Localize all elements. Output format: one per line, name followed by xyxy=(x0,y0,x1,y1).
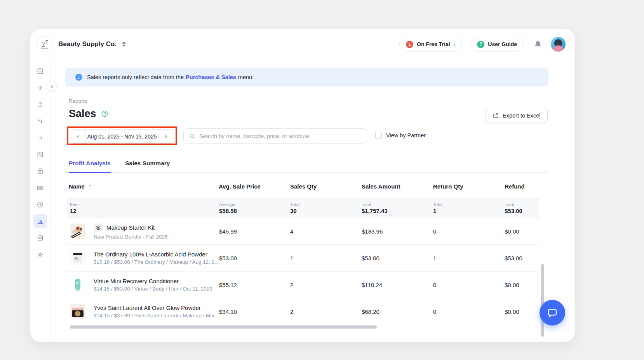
banner-text: Sales reports only reflect data from the… xyxy=(87,74,254,80)
sort-asc-icon[interactable] xyxy=(87,183,92,189)
sidebar-expand-button[interactable] xyxy=(47,81,57,91)
summary-refund-label: Total xyxy=(505,202,539,207)
company-name: Beauty Supply Co. xyxy=(58,40,117,48)
user-avatar[interactable] xyxy=(551,37,566,52)
user-guide-button[interactable]: ? User Guide xyxy=(470,37,524,52)
date-prev-button[interactable] xyxy=(70,130,86,143)
col-refund[interactable]: Refund xyxy=(499,183,539,190)
table-body: Makeup Starter Kit New Product Bundle - … xyxy=(67,218,539,325)
cell-sales-qty: 4 xyxy=(284,218,356,244)
product-name[interactable]: Virtue Mini Recovery Conditioner xyxy=(94,278,179,284)
col-sales-amount[interactable]: Sales Amount xyxy=(356,183,427,190)
summary-qty-value: 30 xyxy=(290,208,356,214)
table-summary-row: Item 12 Average $58.58 Total 30 Total $1… xyxy=(67,198,539,218)
table-row[interactable]: Virtue Mini Recovery Conditioner $14.15 … xyxy=(67,272,539,298)
database-icon[interactable] xyxy=(33,233,47,243)
page-title: Sales xyxy=(69,108,96,120)
transfer-icon[interactable] xyxy=(33,116,47,126)
cell-refund: $0.00 xyxy=(499,272,539,298)
tab-sales-summary[interactable]: Sales Summary xyxy=(125,160,170,173)
cell-sales-amount: $110.24 xyxy=(356,272,427,298)
cell-refund: $0.00 xyxy=(499,218,539,244)
cell-sales-amount: $68.20 xyxy=(356,298,427,325)
barcode-icon[interactable] xyxy=(33,183,47,193)
product-name[interactable]: Yves Saint Laurent All Over Glow Powder xyxy=(94,305,201,311)
cell-refund: $0.00 xyxy=(499,298,539,325)
chat-widget-button[interactable] xyxy=(540,300,565,325)
document-icon[interactable] xyxy=(33,166,47,176)
export-icon xyxy=(493,112,499,119)
date-next-button[interactable] xyxy=(158,130,174,143)
view-by-partner-label: View by Partner xyxy=(386,132,426,138)
search-icon xyxy=(189,133,195,139)
trial-label: On Free Trial xyxy=(417,41,450,47)
app-window: beauty Beauty Supply Co. 1 On Free Trial… xyxy=(30,29,575,342)
search-input[interactable] xyxy=(199,133,361,139)
date-range-value[interactable]: Aug 01, 2025 - Nov 15, 2025 xyxy=(86,130,158,143)
horizontal-scrollbar[interactable] xyxy=(70,325,377,329)
cell-sales-amount: $183.96 xyxy=(356,218,427,244)
summary-item-value: 12 xyxy=(70,208,213,214)
col-return-qty[interactable]: Return Qty xyxy=(427,183,499,190)
bundle-layers-icon xyxy=(94,223,103,232)
free-trial-button[interactable]: 1 On Free Trial › xyxy=(399,37,462,52)
trial-alert-icon: 1 xyxy=(406,41,413,48)
cell-return-qty: 0 xyxy=(427,272,499,298)
summary-item-label: Item xyxy=(70,202,213,207)
product-subtitle: $10.18 / $53.00 / The Ordinary / Makeup … xyxy=(94,259,219,265)
help-icon[interactable] xyxy=(101,110,108,118)
info-banner: i Sales reports only reflect data from t… xyxy=(65,68,548,87)
summary-qty-label: Total xyxy=(290,202,356,207)
stock-count-icon[interactable] xyxy=(33,149,47,159)
date-range-picker[interactable]: Aug 01, 2025 - Nov 15, 2025 xyxy=(70,129,174,144)
company-logo[interactable]: beauty xyxy=(37,36,53,52)
logo-word: beauty xyxy=(41,47,48,49)
summary-amount-value: $1,757.43 xyxy=(362,208,427,214)
view-by-partner-toggle[interactable]: View by Partner xyxy=(375,132,426,138)
cell-avg-price: $53.00 xyxy=(213,245,284,271)
cell-return-qty: 0 xyxy=(427,298,499,325)
upload-icon[interactable] xyxy=(33,99,47,109)
product-thumbnail xyxy=(70,304,85,319)
export-to-excel-button[interactable]: Export to Excel xyxy=(486,108,548,123)
add-circle-icon[interactable] xyxy=(33,199,47,209)
cell-avg-price: $45.99 xyxy=(213,218,284,244)
cell-return-qty: 0 xyxy=(427,218,499,244)
vertical-scrollbar[interactable] xyxy=(541,264,544,337)
table-row[interactable]: The Ordinary 100% L-Ascorbic Acid Powder… xyxy=(67,245,539,272)
product-name[interactable]: Makeup Starter Kit xyxy=(106,224,155,231)
search-container xyxy=(183,128,367,144)
table-row[interactable]: Yves Saint Laurent All Over Glow Powder … xyxy=(67,298,539,325)
summary-avg-label: Average xyxy=(219,202,284,207)
banner-prefix: Sales reports only reflect data from the xyxy=(87,74,184,80)
tabs-bar: Profit Analysis Sales Summary xyxy=(65,160,548,173)
chevron-right-icon: › xyxy=(454,41,456,47)
summary-return-value: 1 xyxy=(433,208,499,214)
col-sales-qty[interactable]: Sales Qty xyxy=(284,183,356,190)
cell-avg-price: $55.12 xyxy=(213,272,284,298)
col-name[interactable]: Name xyxy=(69,183,85,190)
summary-return-label: Total xyxy=(433,202,499,207)
view-by-partner-checkbox[interactable] xyxy=(375,132,382,138)
user-guide-label: User Guide xyxy=(488,41,517,47)
breadcrumb: Reports xyxy=(69,98,87,104)
company-switcher[interactable] xyxy=(122,42,126,47)
table-row[interactable]: Makeup Starter Kit New Product Bundle - … xyxy=(67,218,539,245)
product-name[interactable]: The Ordinary 100% L-Ascorbic Acid Powder xyxy=(94,251,207,258)
product-subtitle: New Product Bundle - Fall 2025 xyxy=(94,234,168,240)
cell-sales-qty: 2 xyxy=(284,272,356,298)
summary-avg-value: $58.58 xyxy=(219,208,284,214)
notifications-bell-icon[interactable] xyxy=(534,40,542,48)
info-icon: i xyxy=(75,74,82,81)
top-header: beauty Beauty Supply Co. 1 On Free Trial… xyxy=(30,29,575,59)
package-icon[interactable] xyxy=(33,66,47,76)
tab-profit-analysis[interactable]: Profit Analysis xyxy=(69,160,111,173)
download-icon[interactable] xyxy=(33,83,47,93)
move-out-icon[interactable] xyxy=(33,133,47,143)
cell-sales-qty: 1 xyxy=(284,245,356,271)
cell-sales-amount: $53.00 xyxy=(356,245,427,271)
col-avg-sale-price[interactable]: Avg. Sale Price xyxy=(213,183,284,190)
gear-icon[interactable] xyxy=(33,249,47,260)
bar-chart-icon[interactable] xyxy=(33,214,47,228)
purchases-sales-link[interactable]: Purchases & Sales xyxy=(186,74,236,80)
